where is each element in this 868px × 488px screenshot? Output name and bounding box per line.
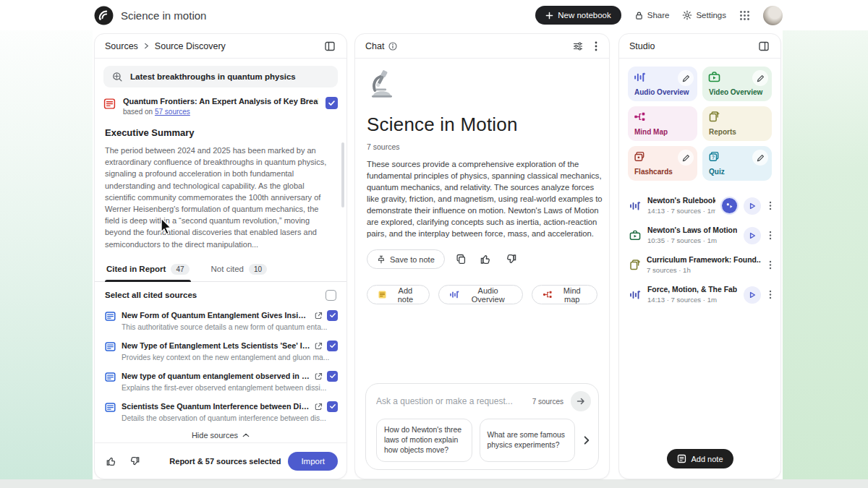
source-checkbox-checked[interactable] <box>327 401 338 412</box>
web-source-icon <box>105 372 116 382</box>
kebab-menu-icon[interactable] <box>767 259 773 271</box>
kebab-menu-icon[interactable] <box>767 229 773 241</box>
web-source-icon <box>105 341 116 352</box>
chat-input[interactable] <box>376 396 525 406</box>
source-checkbox-checked[interactable] <box>327 371 338 382</box>
studio-artifact-list: Newton's Rulebook: Ki 14:13 · 7 sources … <box>619 191 780 309</box>
scrollbar-thumb[interactable] <box>341 142 344 207</box>
share-button[interactable]: Share <box>634 11 670 20</box>
app-header: Science in motion New notebook Share Set… <box>0 0 868 30</box>
tool-label: Quiz <box>709 168 725 176</box>
tool-card-mind-map[interactable]: Mind Map <box>628 106 697 141</box>
source-checkbox-checked[interactable] <box>327 341 338 351</box>
gear-icon <box>682 10 692 20</box>
source-title: Scientists See Quantum Interference betw… <box>122 402 310 411</box>
source-row[interactable]: Scientists See Quantum Interference betw… <box>95 396 346 427</box>
tab-cited-in-report[interactable]: Cited in Report 47 <box>105 259 191 281</box>
kebab-menu-icon[interactable] <box>767 288 773 301</box>
chip-label: Mind map <box>558 286 587 304</box>
chevron-up-icon <box>242 432 250 438</box>
studio-item[interactable]: Force, Motion, & The Fabric... 14:13 · 7… <box>619 280 780 309</box>
new-notebook-button[interactable]: New notebook <box>535 6 621 25</box>
studio-item[interactable]: Newton's Rulebook: Ki 14:13 · 7 sources … <box>619 191 780 221</box>
open-in-new-icon[interactable] <box>315 342 323 350</box>
source-row[interactable]: New Form of Quantum Entanglement Gives I… <box>95 305 346 335</box>
thumbs-up-icon[interactable] <box>477 251 494 267</box>
source-description: Details the observation of quantum inter… <box>122 414 338 422</box>
open-in-new-icon[interactable] <box>315 312 323 320</box>
suggestion-chip[interactable]: How do Newton's three laws of motion exp… <box>376 419 472 462</box>
note-icon <box>676 454 686 463</box>
hide-sources-toggle[interactable]: Hide sources <box>95 431 346 440</box>
add-note-chip[interactable]: Add note <box>367 285 430 304</box>
tool-card-audio-overview[interactable]: Audio Overview <box>628 67 697 101</box>
waveform-icon <box>449 290 459 299</box>
audio-waveform-icon <box>629 200 641 211</box>
play-icon[interactable] <box>744 197 761 215</box>
notebooklm-logo-icon[interactable] <box>94 6 114 25</box>
open-in-new-icon[interactable] <box>315 403 323 411</box>
source-row[interactable]: New type of quantum entanglement observe… <box>95 366 346 396</box>
tune-icon[interactable] <box>571 40 584 53</box>
suggestion-chip[interactable]: What are some famous physics experiments… <box>480 419 576 462</box>
tab-not-cited[interactable]: Not cited 10 <box>210 259 269 281</box>
plus-icon <box>545 12 553 20</box>
studio-panel: Studio Audio Overview Video Overview Min… <box>618 33 781 479</box>
select-all-checkbox-unchecked[interactable] <box>326 290 336 301</box>
sources-count-link[interactable]: 57 sources <box>155 108 190 116</box>
studio-item-meta: 10:35 · 7 sources · 1m <box>647 236 737 244</box>
open-in-new-icon[interactable] <box>315 372 323 380</box>
tool-card-reports[interactable]: Reports <box>702 106 772 141</box>
send-button[interactable] <box>571 391 591 411</box>
tool-label: Video Overview <box>709 88 762 96</box>
import-button[interactable]: Import <box>288 452 338 471</box>
tool-card-video-overview[interactable]: Video Overview <box>702 67 772 101</box>
query-text: Latest breakthroughs in quantum physics <box>130 72 296 81</box>
info-icon[interactable] <box>388 42 397 51</box>
add-note-button[interactable]: Add note <box>666 449 733 468</box>
edit-pencil-icon[interactable] <box>752 150 768 166</box>
collapse-panel-icon[interactable] <box>323 40 336 53</box>
chat-panel: Chat Science in Motion 7 sources T <box>354 33 610 479</box>
play-icon[interactable] <box>744 227 761 244</box>
source-list: New Form of Quantum Entanglement Gives I… <box>95 305 346 427</box>
apps-grid-icon[interactable] <box>739 10 750 21</box>
source-row[interactable]: New Type of Entanglement Lets Scientists… <box>95 335 346 366</box>
tool-card-flashcards[interactable]: Flashcards <box>628 146 697 181</box>
copy-icon[interactable] <box>454 252 469 267</box>
interactive-mode-icon[interactable] <box>722 198 737 213</box>
report-checkbox-checked[interactable] <box>326 97 338 109</box>
save-to-note-button[interactable]: Save to note <box>367 249 445 269</box>
studio-item[interactable]: Curriculum Framework: Found... 7 sources… <box>619 250 780 280</box>
mind-map-icon <box>634 111 692 122</box>
tool-card-quiz[interactable]: ? Quiz <box>702 146 772 181</box>
thumbs-up-icon[interactable] <box>103 453 119 469</box>
edit-pencil-icon[interactable] <box>678 150 694 166</box>
mind-map-chip[interactable]: Mind map <box>532 285 597 304</box>
suggestions-next-icon[interactable] <box>581 434 592 447</box>
audio-overview-chip[interactable]: Audio Overview <box>438 285 523 304</box>
thumbs-down-icon[interactable] <box>503 251 519 267</box>
kebab-menu-icon[interactable] <box>767 200 773 212</box>
edit-pencil-icon[interactable] <box>752 70 768 86</box>
studio-item[interactable]: Newton's Laws of Motion 10:35 · 7 source… <box>619 221 780 250</box>
edit-pencil-icon[interactable] <box>678 70 694 86</box>
breadcrumb-sources[interactable]: Sources <box>105 41 138 51</box>
source-title: New Type of Entanglement Lets Scientists… <box>122 341 310 350</box>
suggested-questions: How do Newton's three laws of motion exp… <box>376 419 591 462</box>
avatar[interactable] <box>763 6 783 25</box>
source-checkbox-checked[interactable] <box>327 310 338 321</box>
play-icon[interactable] <box>744 286 761 304</box>
web-source-icon <box>105 402 116 413</box>
studio-title: Studio <box>629 41 655 51</box>
report-title: Quantum Frontiers: An Expert Analysis of… <box>123 97 318 106</box>
report-row[interactable]: Quantum Frontiers: An Expert Analysis of… <box>103 97 338 116</box>
settings-button[interactable]: Settings <box>682 10 726 20</box>
collapse-panel-icon[interactable] <box>757 40 770 53</box>
discovery-query[interactable]: Latest breakthroughs in quantum physics <box>103 66 338 87</box>
sources-panel: Sources Source Discovery Latest breakthr… <box>94 33 347 479</box>
chat-title: Chat <box>365 41 384 51</box>
studio-item-title: Force, Motion, & The Fabric... <box>647 286 737 294</box>
thumbs-down-icon[interactable] <box>127 453 142 469</box>
kebab-menu-icon[interactable] <box>593 40 599 53</box>
